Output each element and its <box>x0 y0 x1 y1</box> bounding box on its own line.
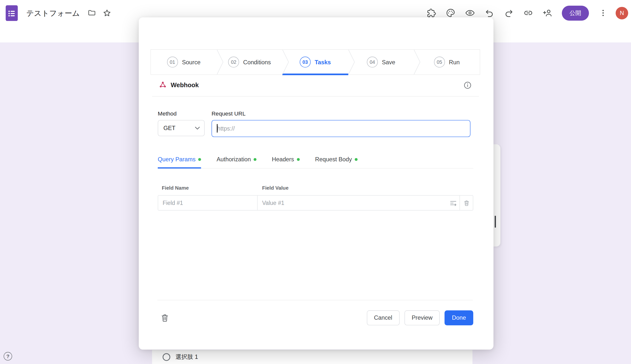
tab-headers[interactable]: Headers <box>272 156 300 168</box>
star-icon[interactable] <box>100 6 114 20</box>
delete-task-button[interactable] <box>159 312 170 323</box>
tab-label: Authorization <box>217 156 251 162</box>
cancel-button[interactable]: Cancel <box>367 310 400 325</box>
step-number: 04 <box>367 57 378 68</box>
stepper-step-conditions[interactable]: 02 Conditions <box>217 50 282 74</box>
status-dot-icon <box>297 158 299 160</box>
publish-button[interactable]: 公開 <box>562 6 589 20</box>
method-label: Method <box>158 110 205 117</box>
webhook-task-dialog: 01 Source 02 Conditions 03 Tasks 04 Save… <box>139 18 493 350</box>
task-header: Webhook <box>159 78 473 92</box>
chevron-down-icon <box>195 126 200 130</box>
field-name-header: Field Name <box>162 185 189 191</box>
delete-row-button[interactable] <box>459 195 473 210</box>
trash-icon <box>160 313 169 322</box>
section-divider <box>152 96 479 97</box>
step-number: 05 <box>434 57 445 68</box>
done-button[interactable]: Done <box>445 310 473 325</box>
info-icon[interactable] <box>463 80 472 90</box>
forms-logo-icon[interactable] <box>6 5 18 21</box>
task-title: Webhook <box>171 82 199 89</box>
step-label: Tasks <box>315 59 331 65</box>
step-label: Source <box>182 59 200 65</box>
stepper-step-run[interactable]: 05 Run <box>414 50 480 74</box>
field-value-input[interactable] <box>257 196 446 210</box>
step-number: 02 <box>228 57 239 68</box>
stepper-step-tasks[interactable]: 03 Tasks <box>282 50 348 74</box>
request-url-label: Request URL <box>211 110 470 117</box>
insert-field-icon[interactable] <box>447 196 460 210</box>
stepper-step-save[interactable]: 04 Save <box>348 50 414 74</box>
field-value-cell <box>257 195 459 210</box>
request-url-field: Request URL <box>211 110 470 137</box>
tab-label: Request Body <box>315 156 352 162</box>
background-question-card-edge <box>493 144 500 246</box>
request-url-input[interactable] <box>211 120 470 137</box>
status-dot-icon <box>254 158 256 160</box>
option-label: 選択肢 1 <box>175 353 198 361</box>
step-label: Conditions <box>243 59 271 65</box>
link-icon[interactable] <box>521 6 535 20</box>
step-label: Run <box>449 59 460 65</box>
trash-icon <box>463 200 470 206</box>
tab-authorization[interactable]: Authorization <box>217 156 257 168</box>
tab-request-body[interactable]: Request Body <box>315 156 357 168</box>
tab-label: Query Params <box>158 156 195 162</box>
request-tabs: Query Params Authorization Headers Reque… <box>158 156 473 168</box>
tab-label: Headers <box>272 156 294 162</box>
field-value-header: Field Value <box>262 185 288 191</box>
radio-option-icon[interactable] <box>163 353 170 361</box>
google-forms-page: テストフォーム <box>0 0 631 364</box>
status-dot-icon <box>198 158 201 160</box>
background-question-card: 選択肢 1 <box>152 350 473 364</box>
add-collaborator-icon[interactable] <box>541 6 555 20</box>
background-caret-bar <box>495 216 496 228</box>
field-name-input[interactable] <box>158 195 257 210</box>
step-number: 01 <box>167 57 178 68</box>
text-caret <box>217 124 217 132</box>
redo-icon[interactable] <box>502 6 516 20</box>
dialog-footer: Cancel Preview Done <box>159 310 473 325</box>
help-icon[interactable]: ? <box>4 352 12 360</box>
more-menu-icon[interactable] <box>596 6 610 20</box>
tab-query-params[interactable]: Query Params <box>158 156 201 168</box>
params-header-row: Field Name Field Value <box>158 185 473 192</box>
method-field: Method GET <box>158 110 205 137</box>
step-number: 03 <box>300 57 310 68</box>
footer-divider <box>157 300 473 300</box>
request-url-wrap <box>211 120 470 137</box>
move-folder-icon[interactable] <box>85 6 99 20</box>
status-dot-icon <box>355 158 357 160</box>
method-select[interactable]: GET <box>158 120 205 136</box>
step-label: Save <box>382 59 395 65</box>
method-value: GET <box>163 125 175 131</box>
preview-button[interactable]: Preview <box>405 310 440 325</box>
request-config-row: Method GET Request URL <box>158 110 471 137</box>
account-avatar[interactable]: N <box>616 7 628 19</box>
form-title[interactable]: テストフォーム <box>26 8 80 18</box>
param-row <box>158 195 473 210</box>
webhook-icon <box>159 80 167 90</box>
stepper-step-source[interactable]: 01 Source <box>151 50 217 74</box>
stepper: 01 Source 02 Conditions 03 Tasks 04 Save… <box>150 49 480 74</box>
